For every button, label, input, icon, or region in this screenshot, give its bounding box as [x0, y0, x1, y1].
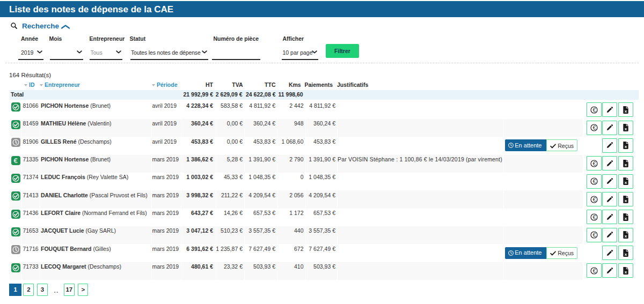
svg-text:x: x — [625, 198, 627, 203]
svg-text:€: € — [593, 196, 596, 202]
svg-text:€: € — [13, 157, 18, 165]
svg-text:x: x — [625, 127, 627, 131]
svg-text:x: x — [625, 162, 627, 167]
svg-text:x: x — [625, 251, 627, 256]
svg-text:€: € — [593, 232, 596, 238]
svg-text:x: x — [625, 108, 627, 113]
svg-text:€: € — [593, 107, 596, 113]
svg-text:€: € — [593, 268, 596, 274]
svg-text:x: x — [625, 270, 627, 275]
svg-text:€: € — [593, 214, 596, 220]
svg-text:€: € — [593, 179, 596, 184]
svg-text:€: € — [593, 125, 596, 131]
svg-text:€: € — [593, 161, 596, 167]
svg-text:x: x — [625, 216, 627, 220]
svg-text:x: x — [625, 144, 627, 149]
svg-text:x: x — [625, 180, 627, 185]
svg-text:x: x — [625, 234, 627, 239]
